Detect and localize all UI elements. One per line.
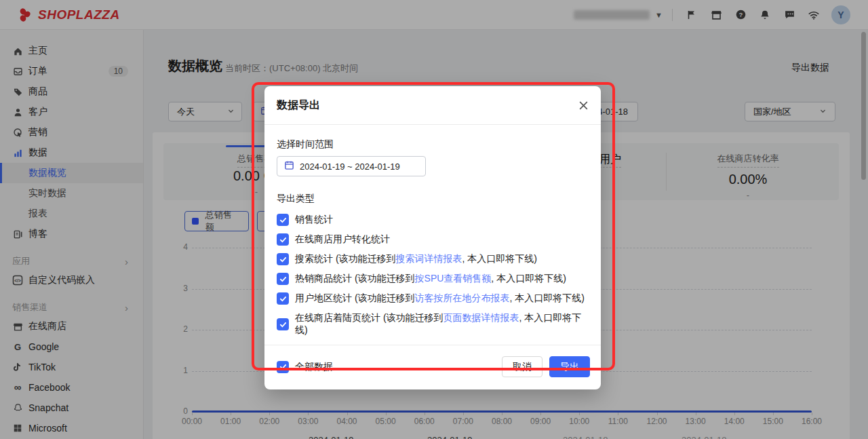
time-range-label: 选择时间范围 — [277, 138, 589, 151]
close-icon[interactable] — [576, 98, 590, 112]
modal-footer: 全部数据 取消 导出 — [264, 345, 601, 389]
export-option-conversion[interactable]: 在线商店用户转化统计 — [277, 233, 589, 246]
modal-header: 数据导出 — [264, 86, 601, 125]
modal-body: 选择时间范围 2024-01-19 ~ 2024-01-19 导出类型 销售统计… — [264, 125, 601, 337]
select-all-label: 全部数据 — [295, 361, 333, 373]
data-export-modal: 数据导出 选择时间范围 2024-01-19 ~ 2024-01-19 导出类型… — [264, 86, 601, 389]
checkbox-checked-icon[interactable] — [277, 361, 289, 373]
checkbox-checked-icon[interactable] — [277, 273, 289, 285]
cancel-button[interactable]: 取消 — [502, 356, 542, 377]
shoplazza-admin: SHOPLAZZA ▼ ? Y — [0, 0, 868, 439]
modal-date-range-input[interactable]: 2024-01-19 ~ 2024-01-19 — [277, 156, 426, 176]
checkbox-checked-icon[interactable] — [277, 233, 289, 246]
export-option-search[interactable]: 搜索统计 (该功能迁移到搜索词详情报表, 本入口即将下线) — [277, 253, 589, 265]
export-option-user-region[interactable]: 用户地区统计 (该功能迁移到访客按所在地分布报表, 本入口即将下线) — [277, 292, 589, 305]
checkbox-checked-icon[interactable] — [277, 214, 289, 226]
export-options-list: 销售统计 在线商店用户转化统计 搜索统计 (该功能迁移到搜索词详情报表, 本入口… — [277, 214, 589, 337]
export-option-landing-page[interactable]: 在线商店着陆页统计 (该功能迁移到页面数据详情报表, 本入口即将下线) — [277, 312, 589, 337]
calendar-icon — [284, 160, 294, 172]
migration-link[interactable]: 访客按所在地分布报表 — [415, 292, 510, 303]
checkbox-checked-icon[interactable] — [277, 253, 289, 265]
export-option-sales[interactable]: 销售统计 — [277, 214, 589, 226]
select-all-checkbox[interactable]: 全部数据 — [277, 361, 333, 373]
migration-link[interactable]: 搜索词详情报表 — [396, 253, 462, 264]
checkbox-checked-icon[interactable] — [277, 318, 289, 330]
migration-link[interactable]: 按SPU查看销售额 — [415, 273, 492, 284]
export-type-label: 导出类型 — [277, 193, 589, 205]
migration-link[interactable]: 页面数据详情报表 — [443, 312, 519, 323]
checkbox-checked-icon[interactable] — [277, 292, 289, 305]
modal-date-range-value: 2024-01-19 ~ 2024-01-19 — [300, 161, 400, 172]
export-button[interactable]: 导出 — [549, 356, 590, 377]
modal-title: 数据导出 — [277, 98, 320, 113]
export-option-hot-products[interactable]: 热销商品统计 (该功能迁移到按SPU查看销售额, 本入口即将下线) — [277, 273, 589, 285]
